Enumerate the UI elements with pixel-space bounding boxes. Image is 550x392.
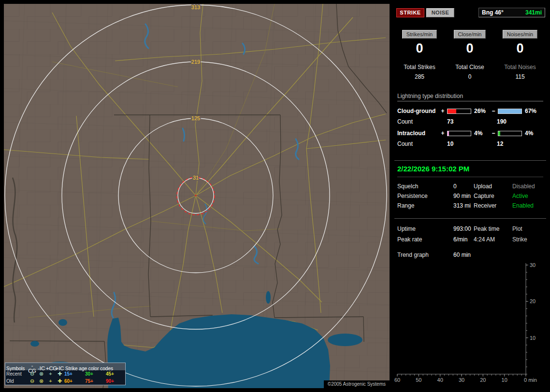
trend-section: Uptime 993:00 Peak time Plot Peak rate 6… [394, 218, 546, 388]
svg-text:30: 30 [530, 262, 536, 268]
peak-rate-value: 6/min [453, 236, 474, 243]
legend-recent-row: Recent ⊖ ⊗ + ✚ 15+ 30+ 45+ [5, 370, 125, 378]
close-per-min-counter: Close/min 0 [445, 30, 495, 56]
noises-per-min-counter: Noises/min 0 [495, 30, 545, 56]
cg-plus-count: 73 [447, 118, 497, 125]
cg-minus-percent: 67% [523, 108, 541, 114]
receiver-status: Enabled [512, 202, 546, 209]
copyright-notice: ©2005 Astrogenic Systems [324, 380, 390, 388]
bearing-label: Bng 46° [482, 9, 504, 16]
receiver-label: Receiver [474, 202, 512, 209]
control-panel: STRIKE NOISE Bng 46° 341mi Strikes/min 0… [394, 4, 546, 388]
peak-rate-row: Peak rate 6/min 4:24 AM Strike [397, 234, 546, 245]
intracloud-row: Intracloud + 4% − 4% [397, 128, 543, 138]
strikes-per-min-counter: Strikes/min 0 [394, 30, 445, 56]
ic-plus-bar [447, 131, 471, 136]
svg-text:10: 10 [530, 335, 536, 341]
plot-label: Plot [512, 225, 546, 232]
map-canvas: 313 219 125 31 [4, 4, 390, 388]
age-15: 15+ [64, 371, 85, 377]
cloud-ground-count-row: Count 73 190 [397, 116, 543, 127]
ring-label-313: 313 [191, 4, 200, 10]
strikes-per-min-chip[interactable]: Strikes/min [402, 30, 437, 39]
legend-col-minus-ic: -IC [37, 366, 46, 371]
lightning-type-distribution: Lightning type distribution Cloud-ground… [394, 93, 546, 150]
total-strikes: Total Strikes 285 [394, 64, 445, 80]
range-row: Range 313 mi Receiver Enabled [397, 201, 546, 210]
trend-graph-value: 60 min [453, 252, 474, 258]
plus-sign: + [440, 130, 446, 137]
svg-text:60: 60 [394, 377, 400, 383]
persistence-label: Persistence [397, 193, 453, 199]
recent-plus-ic-icon: ✚ [55, 371, 64, 377]
total-noises-label: Total Noises [495, 64, 545, 70]
legend-col-plus-cg: +CG [46, 366, 55, 371]
lightning-map[interactable]: 313 219 125 31 Symbols -CG -IC +CG +IC S… [4, 4, 390, 388]
ring-label-31: 31 [193, 175, 199, 181]
stormvue-window: 313 219 125 31 Symbols -CG -IC +CG +IC S… [0, 0, 550, 392]
recent-minus-ic-icon: ⊗ [37, 371, 46, 377]
total-close: Total Close 0 [445, 64, 495, 80]
toolbar: STRIKE NOISE Bng 46° 341mi [394, 8, 546, 17]
bearing-display: Bng 46° 341mi [478, 8, 545, 17]
station-marker [195, 195, 197, 196]
total-close-value: 0 [445, 73, 495, 80]
squelch-row: Squelch 0 Upload Disabled [397, 182, 546, 191]
recent-plus-cg-icon: + [46, 371, 55, 377]
cg-plus-bar [447, 109, 471, 114]
ic-minus-percent: 4% [523, 130, 541, 137]
legend-header-row: Symbols -CG -IC +CG +IC Strike age color… [5, 363, 125, 370]
total-noises-value: 115 [495, 73, 545, 80]
upload-status: Disabled [512, 183, 546, 190]
total-strikes-label: Total Strikes [394, 64, 445, 70]
legend-recent-label: Recent [6, 371, 28, 377]
datetime-display: 2/22/2026 9:15:02 PM [397, 163, 543, 177]
plus-sign: + [440, 108, 446, 114]
ic-minus-count: 12 [497, 140, 503, 147]
cg-minus-bar-fill [498, 109, 521, 113]
old-minus-cg-icon: ⊖ [28, 378, 37, 384]
total-close-label: Total Close [445, 64, 495, 70]
svg-text:10: 10 [502, 377, 507, 383]
ic-plus-count: 10 [447, 140, 497, 147]
uptime-row: Uptime 993:00 Peak time Plot [397, 224, 546, 234]
recent-minus-cg-icon: ⊖ [28, 371, 37, 377]
ring-label-219: 219 [191, 59, 200, 65]
legend-old-row: Old ⊖ ⊗ + ✚ 60+ 75+ 90+ [5, 378, 125, 385]
ic-plus-percent: 4% [473, 130, 491, 137]
svg-text:50: 50 [416, 377, 421, 383]
svg-text:0 min: 0 min [524, 377, 537, 383]
noises-per-min-chip[interactable]: Noises/min [503, 30, 537, 39]
noises-per-min-value: 0 [495, 41, 545, 56]
cloud-ground-row: Cloud-ground + 26% − 67% [397, 106, 543, 116]
ic-count-label: Count [397, 140, 447, 147]
strike-button[interactable]: STRIKE [396, 8, 424, 17]
squelch-label: Squelch [397, 183, 453, 190]
range-label: Range [397, 202, 453, 209]
ic-plus-bar-fill [448, 131, 449, 136]
legend-col-plus-ic: +IC [55, 366, 64, 371]
age-90: 90+ [106, 378, 125, 384]
cg-count-label: Count [397, 118, 447, 125]
peak-time-value: 4:24 AM [474, 236, 512, 243]
old-minus-ic-icon: ⊗ [37, 378, 46, 384]
trend-graph: 6050403020100 min302010 [394, 262, 546, 389]
minus-sign: − [491, 108, 496, 114]
svg-text:40: 40 [437, 377, 443, 383]
noise-button[interactable]: NOISE [426, 8, 454, 17]
cloud-ground-label: Cloud-ground [397, 108, 440, 114]
legend-age-header: Strike age color codes [64, 366, 125, 371]
persistence-value: 90 min [453, 193, 474, 199]
total-noises: Total Noises 115 [495, 64, 545, 80]
close-per-min-chip[interactable]: Close/min [454, 30, 486, 39]
intracloud-count-row: Count 10 12 [397, 138, 543, 150]
age-45: 45+ [106, 371, 125, 377]
old-plus-cg-icon: + [46, 378, 55, 384]
ic-minus-bar-fill [498, 131, 500, 136]
peak-rate-label: Peak rate [397, 236, 453, 243]
capture-label: Capture [474, 193, 512, 199]
capture-status: Active [512, 193, 546, 199]
total-strikes-value: 285 [394, 73, 445, 80]
legend-symbols-header: Symbols [6, 366, 28, 371]
plot-type-value: Strike [512, 236, 546, 243]
